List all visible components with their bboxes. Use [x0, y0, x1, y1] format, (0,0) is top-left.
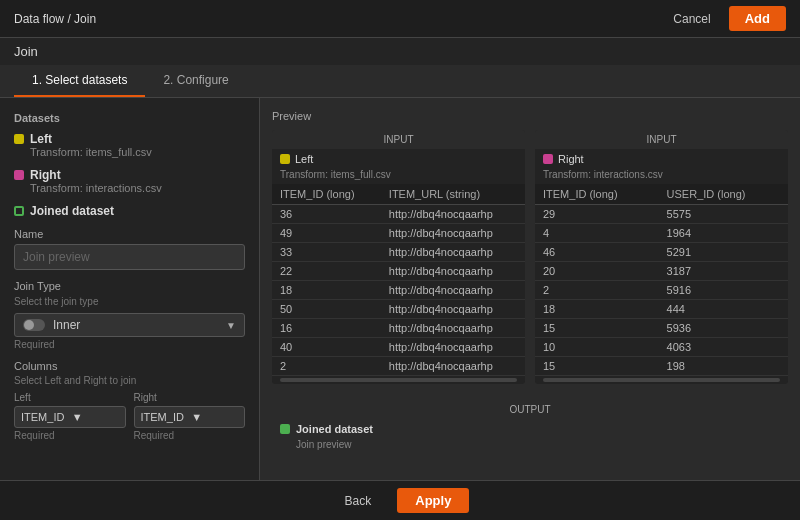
left-table-dataset: Left [295, 153, 313, 165]
left-table-transform: Transform: items_full.csv [272, 169, 525, 184]
right-col-select[interactable]: ITEM_ID ▼ [134, 406, 246, 428]
table-row: 33http://dbq4nocqaarhp [272, 243, 525, 262]
table-row: 295575 [535, 205, 788, 224]
join-type-select[interactable]: Inner ▼ [14, 313, 245, 337]
right-col-group: Right ITEM_ID ▼ Required [134, 392, 246, 441]
tab-configure[interactable]: 2. Configure [145, 65, 246, 97]
table-row: 49http://dbq4nocqaarhp [272, 224, 525, 243]
table-row: 22http://dbq4nocqaarhp [272, 262, 525, 281]
right-col-header-1: USER_ID (long) [659, 184, 788, 205]
toggle-icon [23, 319, 45, 331]
name-input[interactable] [14, 244, 245, 270]
joined-label: Joined dataset [30, 204, 114, 218]
left-label: Left [30, 132, 52, 146]
columns-group: Columns Select Left and Right to join Le… [14, 360, 245, 441]
table-row: 36http://dbq4nocqaarhp [272, 205, 525, 224]
right-col-header-0: ITEM_ID (long) [535, 184, 659, 205]
right-dot [14, 170, 24, 180]
left-scrollbar[interactable] [280, 378, 517, 382]
join-type-label: Join Type [14, 280, 245, 292]
left-col-required: Required [14, 430, 126, 441]
col-selectors: Left ITEM_ID ▼ Required Right ITEM_ID ▼ … [14, 392, 245, 441]
joined-dot [14, 206, 24, 216]
left-col-header: Left [14, 392, 126, 403]
table-row: 203187 [535, 262, 788, 281]
preview-title: Preview [272, 110, 788, 122]
page-title: Join [0, 38, 800, 65]
table-row: 465291 [535, 243, 788, 262]
tabs: 1. Select datasets 2. Configure [0, 65, 800, 98]
breadcrumb-current: Join [74, 12, 96, 26]
right-col-value: ITEM_ID [141, 411, 188, 423]
main-layout: Datasets Left Transform: items_full.csv … [0, 98, 800, 520]
bottom-bar: Back Apply [0, 480, 800, 520]
output-dataset-row: Joined dataset [272, 419, 788, 439]
table-row: 2http://dbq4nocqaarhp [272, 357, 525, 376]
table-row: 18444 [535, 300, 788, 319]
right-col-chevron: ▼ [191, 411, 238, 423]
table-row: 16http://dbq4nocqaarhp [272, 319, 525, 338]
columns-label: Columns [14, 360, 245, 372]
left-transform: Transform: items_full.csv [30, 146, 245, 158]
left-col-select[interactable]: ITEM_ID ▼ [14, 406, 126, 428]
breadcrumb: Data flow / Join [14, 12, 96, 26]
datasets-label: Datasets [14, 112, 245, 124]
join-type-required: Required [14, 339, 245, 350]
table-row: 50http://dbq4nocqaarhp [272, 300, 525, 319]
dataset-right: Right Transform: interactions.csv [14, 168, 245, 194]
dataset-left: Left Transform: items_full.csv [14, 132, 245, 158]
table-row: 41964 [535, 224, 788, 243]
right-source-label: Right [535, 149, 788, 169]
preview-tables: INPUT Left Transform: items_full.csv ITE… [272, 130, 788, 384]
right-transform: Transform: interactions.csv [30, 182, 245, 194]
left-col-header-1: ITEM_URL (string) [381, 184, 525, 205]
left-data-table: ITEM_ID (long) ITEM_URL (string) 36http:… [272, 184, 525, 376]
right-col-header: Right [134, 392, 246, 403]
table-row: 40http://dbq4nocqaarhp [272, 338, 525, 357]
left-col-header-0: ITEM_ID (long) [272, 184, 381, 205]
preview-panel: Preview INPUT Left Transform: items_full… [260, 98, 800, 520]
table-row: 18http://dbq4nocqaarhp [272, 281, 525, 300]
output-label: OUTPUT [272, 400, 788, 419]
right-table-transform: Transform: interactions.csv [535, 169, 788, 184]
top-bar: Data flow / Join Cancel Add [0, 0, 800, 38]
right-preview-block: INPUT Right Transform: interactions.csv … [535, 130, 788, 384]
breadcrumb-separator: / [67, 12, 70, 26]
right-table-dataset: Right [558, 153, 584, 165]
left-preview-block: INPUT Left Transform: items_full.csv ITE… [272, 130, 525, 384]
right-data-table: ITEM_ID (long) USER_ID (long) 2955754196… [535, 184, 788, 376]
columns-sublabel: Select Left and Right to join [14, 375, 245, 386]
dataset-joined: Joined dataset [14, 204, 245, 218]
back-button[interactable]: Back [331, 489, 386, 513]
left-col-chevron: ▼ [72, 411, 119, 423]
name-label: Name [14, 228, 245, 240]
right-label: Right [30, 168, 61, 182]
join-type-value: Inner [53, 318, 218, 332]
left-table-dot [280, 154, 290, 164]
table-row: 25916 [535, 281, 788, 300]
breadcrumb-parent: Data flow [14, 12, 64, 26]
apply-button[interactable]: Apply [397, 488, 469, 513]
left-source-label: Left [272, 149, 525, 169]
cancel-button[interactable]: Cancel [663, 8, 720, 30]
left-dot [14, 134, 24, 144]
right-table-dot [543, 154, 553, 164]
output-transform: Join preview [272, 439, 788, 456]
table-row: 155936 [535, 319, 788, 338]
top-actions: Cancel Add [663, 6, 786, 31]
table-row: 15198 [535, 357, 788, 376]
right-col-required: Required [134, 430, 246, 441]
join-type-group: Join Type Select the join type Inner ▼ R… [14, 280, 245, 350]
output-section: OUTPUT Joined dataset Join preview [272, 400, 788, 456]
tab-select-datasets[interactable]: 1. Select datasets [14, 65, 145, 97]
right-input-label: INPUT [535, 130, 788, 149]
left-col-value: ITEM_ID [21, 411, 68, 423]
right-scrollbar[interactable] [543, 378, 780, 382]
sidebar: Datasets Left Transform: items_full.csv … [0, 98, 260, 520]
chevron-down-icon: ▼ [226, 320, 236, 331]
left-col-group: Left ITEM_ID ▼ Required [14, 392, 126, 441]
left-input-label: INPUT [272, 130, 525, 149]
add-button[interactable]: Add [729, 6, 786, 31]
output-dot [280, 424, 290, 434]
name-group: Name [14, 228, 245, 270]
